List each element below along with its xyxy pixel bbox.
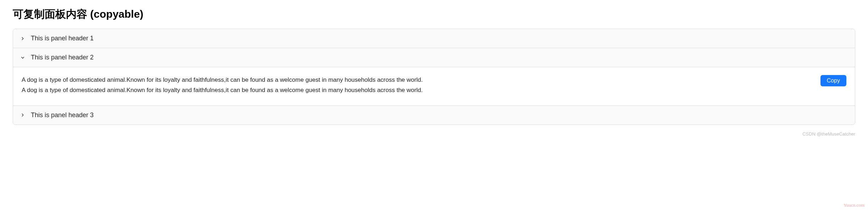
panel-content-2: A dog is a type of domesticated animal.K… <box>13 67 855 105</box>
panel-3: This is panel header 3 <box>13 106 855 125</box>
panel-content-text: A dog is a type of domesticated animal.K… <box>22 75 812 96</box>
content-line-1: A dog is a type of domesticated animal.K… <box>22 75 812 85</box>
panel-header-label: This is panel header 2 <box>31 54 94 61</box>
page-title: 可复制面板内容 (copyable) <box>13 7 855 22</box>
chevron-down-icon <box>20 55 25 60</box>
chevron-right-icon <box>20 36 25 41</box>
chevron-right-icon <box>20 113 25 117</box>
footer-credit: CSDN @theMuseCatcher <box>13 131 855 137</box>
panel-header-2[interactable]: This is panel header 2 <box>13 48 855 67</box>
panel-header-3[interactable]: This is panel header 3 <box>13 106 855 125</box>
collapse-container: This is panel header 1 This is panel hea… <box>13 29 855 125</box>
panel-header-1[interactable]: This is panel header 1 <box>13 29 855 48</box>
panel-header-label: This is panel header 3 <box>31 111 94 119</box>
panel-1: This is panel header 1 <box>13 29 855 48</box>
copy-button[interactable]: Copy <box>820 75 846 86</box>
panel-header-label: This is panel header 1 <box>31 35 94 42</box>
panel-2: This is panel header 2 A dog is a type o… <box>13 48 855 106</box>
content-line-2: A dog is a type of domesticated animal.K… <box>22 85 812 96</box>
